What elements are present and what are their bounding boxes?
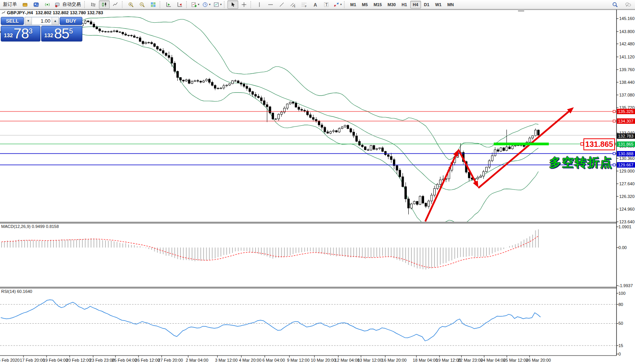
price-badge-132.783: 132.783 <box>617 133 635 139</box>
periods-button[interactable]: ▾ <box>201 0 212 9</box>
buy-price-display[interactable]: 132 85 5 <box>41 26 82 42</box>
signals-button[interactable] <box>42 0 53 9</box>
text-tool-icon: A <box>312 2 318 8</box>
symbols-book-button[interactable] <box>20 0 30 9</box>
zoom-in-icon <box>128 2 134 8</box>
line-handle[interactable] <box>613 164 615 166</box>
volume-input[interactable] <box>32 17 52 25</box>
volume-stepper[interactable]: ▼ ▲ <box>25 17 59 25</box>
tile-windows-icon <box>150 2 156 8</box>
autotrade-robot-button[interactable]: 自动交易 <box>53 0 83 9</box>
horizontal-level-lines[interactable] <box>0 110 617 166</box>
candlestick-chart-icon <box>101 2 107 8</box>
price-badge-131.865: 131.865 <box>617 141 635 147</box>
timeframe-button-w1[interactable]: W1 <box>433 1 444 8</box>
candlestick-chart-button[interactable] <box>99 0 110 9</box>
toolbar-separator <box>84 1 87 8</box>
tile-windows-button[interactable] <box>148 0 159 9</box>
text-tool-button[interactable]: A <box>310 0 321 9</box>
search-icon <box>612 2 618 8</box>
trendline-button[interactable] <box>276 0 287 9</box>
dropdown-caret-icon[interactable]: ▾ <box>198 3 199 6</box>
sell-price-sup: 3 <box>29 27 33 41</box>
line-chart-icon <box>112 2 119 8</box>
symbols-book-icon <box>22 2 28 8</box>
line-handle[interactable] <box>613 120 615 122</box>
periods-icon <box>202 2 208 8</box>
price-badge-134.307: 134.307 <box>617 118 635 124</box>
templates-icon <box>213 2 219 8</box>
main-toolbar: 新订单自动交易▾▾▾EFAT▾M1M5M15M30H1H4D1W1MN <box>0 0 635 9</box>
toolbar-separator <box>160 1 162 8</box>
dropdown-caret-icon[interactable]: ▾ <box>209 3 211 6</box>
sell-button[interactable]: SELL <box>1 17 24 25</box>
timeframe-button-m15[interactable]: M15 <box>371 1 384 8</box>
equidistant-channel-button[interactable]: E <box>287 0 298 9</box>
volume-decrease-button[interactable]: ▼ <box>25 17 32 25</box>
price-badge-129.667: 129.667 <box>617 162 635 168</box>
arrows-tool-button[interactable]: ▾ <box>332 0 343 9</box>
price-badge-130.888: 130.888 <box>617 151 635 156</box>
cursor-button[interactable] <box>227 0 238 9</box>
chart-canvas[interactable] <box>0 0 635 364</box>
line-handle[interactable] <box>613 110 615 113</box>
timeframe-button-h1[interactable]: H1 <box>399 1 409 8</box>
volume-increase-button[interactable]: ▲ <box>52 17 58 25</box>
chart-shift-button[interactable] <box>174 0 185 9</box>
price-badge-135.325: 135.325 <box>617 109 635 114</box>
timeframe-button-mn[interactable]: MN <box>444 1 456 8</box>
horizontal-line-button[interactable] <box>265 0 276 9</box>
svg-text:E: E <box>294 5 296 7</box>
turning-point-annotation[interactable]: 多空转折点 <box>549 155 613 171</box>
text-label-button[interactable]: T <box>321 0 332 9</box>
auto-scroll-button[interactable] <box>163 0 174 9</box>
market-watch-button[interactable] <box>31 0 42 9</box>
buy-button[interactable]: BUY <box>60 17 82 25</box>
chart-symbol-icon <box>2 11 5 15</box>
bollinger-bands <box>7 17 538 229</box>
dropdown-caret-icon[interactable]: ▾ <box>220 3 222 6</box>
search-button[interactable] <box>610 0 620 9</box>
callout-anchor-handle[interactable] <box>581 143 583 145</box>
equidistant-channel-icon: E <box>290 2 296 8</box>
timeframe-button-m5[interactable]: M5 <box>359 1 370 8</box>
price-level-callout[interactable]: 131.865 <box>583 138 615 150</box>
text-label-icon: T <box>323 2 329 8</box>
chart-scroll-thumb[interactable] <box>518 10 524 12</box>
sell-price-display[interactable]: 132 78 3 <box>1 26 40 42</box>
crosshair-button[interactable] <box>239 0 249 9</box>
sell-price-prefix: 132 <box>4 32 13 41</box>
toolbar-separator <box>122 1 124 8</box>
auto-scroll-icon <box>165 2 172 8</box>
cursor-icon <box>230 2 236 8</box>
dropdown-caret-icon[interactable]: ▾ <box>340 3 342 6</box>
market-watch-icon <box>33 2 39 8</box>
timeframe-button-m30[interactable]: M30 <box>385 1 398 8</box>
timeframe-button-d1[interactable]: D1 <box>421 1 432 8</box>
line-chart-button[interactable] <box>110 0 121 9</box>
vertical-line-icon <box>256 2 262 8</box>
new-order-label: 新订单 <box>2 1 18 8</box>
timeframe-button-m1[interactable]: M1 <box>348 1 359 8</box>
line-handle[interactable] <box>613 153 615 155</box>
autotrade-robot-label: 自动交易 <box>61 1 82 8</box>
fibonacci-button[interactable]: F <box>299 0 309 9</box>
svg-text:F: F <box>305 5 307 7</box>
one-click-trading-panel: SELL ▼ ▲ BUY 132 78 3 132 85 5 <box>1 17 82 42</box>
toolbar-separator <box>251 1 253 8</box>
signals-icon <box>44 2 50 8</box>
timeframe-button-h4[interactable]: H4 <box>410 1 421 8</box>
buy-price-prefix: 132 <box>44 32 53 41</box>
indicators-button[interactable]: ▾ <box>190 0 201 9</box>
chart-title: GBPJPY-,H4 132.802 132.802 132.780 132.7… <box>2 10 103 15</box>
buy-price-sup: 5 <box>69 27 73 41</box>
bar-chart-button[interactable] <box>88 0 99 9</box>
macd-indicator-label: MACD(12,26,9) 0.9499 0.8158 <box>1 224 59 229</box>
new-order-button[interactable]: 新订单 <box>1 0 19 9</box>
trendline-icon <box>279 2 285 8</box>
zoom-in-button[interactable] <box>125 0 136 9</box>
templates-button[interactable]: ▾ <box>212 0 223 9</box>
chat-button[interactable] <box>623 0 633 9</box>
vertical-line-button[interactable] <box>254 0 265 9</box>
zoom-out-button[interactable] <box>137 0 147 9</box>
